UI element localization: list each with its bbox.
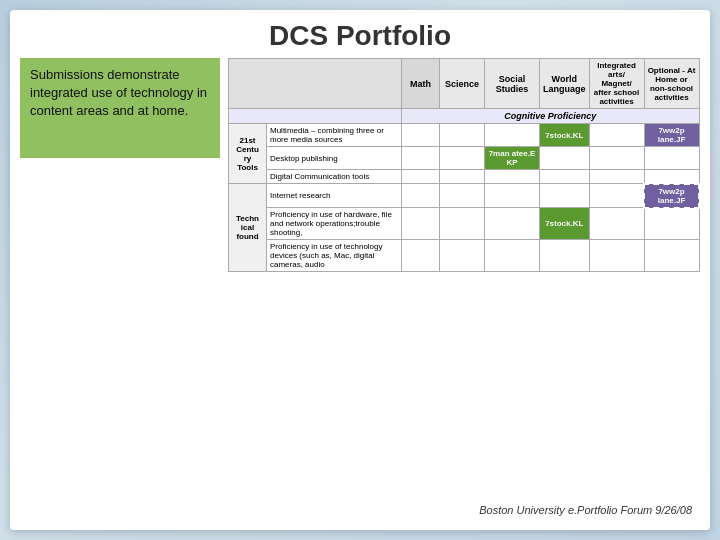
tool-hardware: Proficiency in use of hardware, file and… bbox=[267, 208, 402, 240]
cell-2-2 bbox=[439, 147, 484, 170]
table-row: Proficiency in use of technology devices… bbox=[229, 240, 700, 272]
cognitive-proficiency: Cognitive Proficiency bbox=[401, 109, 699, 124]
cell-4-6: 7ww2p lane.JF bbox=[644, 184, 699, 208]
header-science: Science bbox=[439, 59, 484, 109]
header-math: Math bbox=[401, 59, 439, 109]
tool-desktop: Desktop publishing bbox=[267, 147, 402, 170]
right-panel: Math Science Social Studies World Langua… bbox=[228, 58, 700, 272]
header-world: World Language bbox=[539, 59, 589, 109]
cell-2-5 bbox=[589, 147, 644, 170]
cell-6-2 bbox=[439, 240, 484, 272]
tech-label: Technicalfound bbox=[229, 184, 267, 272]
table-header-row: Math Science Social Studies World Langua… bbox=[229, 59, 700, 109]
table-row: 21stCenturyTools Multimedia – combining … bbox=[229, 124, 700, 147]
portfolio-table: Math Science Social Studies World Langua… bbox=[228, 58, 700, 272]
cell-3-5 bbox=[589, 170, 644, 184]
table-wrap: Math Science Social Studies World Langua… bbox=[228, 58, 700, 272]
cell-5-3 bbox=[484, 208, 539, 240]
cell-2-1 bbox=[401, 147, 439, 170]
cell-5-4: 7stock.KL bbox=[539, 208, 589, 240]
empty-header bbox=[229, 59, 402, 109]
cell-5-1 bbox=[401, 208, 439, 240]
content-area: Submissions demonstrate integrated use o… bbox=[10, 58, 710, 272]
century-label: 21stCenturyTools bbox=[229, 124, 267, 184]
cell-5-5 bbox=[589, 208, 644, 240]
table-row: Digital Communication tools bbox=[229, 170, 700, 184]
cell-1-5 bbox=[589, 124, 644, 147]
cell-3-6 bbox=[644, 170, 699, 184]
white-card: DCS Portfolio Submissions demonstrate in… bbox=[10, 10, 710, 530]
cell-2-4 bbox=[539, 147, 589, 170]
cognitive-row: Cognitive Proficiency bbox=[229, 109, 700, 124]
left-panel: Submissions demonstrate integrated use o… bbox=[20, 58, 220, 272]
cell-3-4 bbox=[539, 170, 589, 184]
cell-1-4: 7stock.KL bbox=[539, 124, 589, 147]
cell-6-6 bbox=[644, 240, 699, 272]
header-arts: Integrated arts/ Magnet/ after school ac… bbox=[589, 59, 644, 109]
cell-3-3 bbox=[484, 170, 539, 184]
cognitive-label bbox=[229, 109, 402, 124]
cell-6-4 bbox=[539, 240, 589, 272]
table-row: Desktop publishing 7man atee.E KP bbox=[229, 147, 700, 170]
cell-4-2 bbox=[439, 184, 484, 208]
cell-5-2 bbox=[439, 208, 484, 240]
page-title: DCS Portfolio bbox=[10, 10, 710, 58]
cell-1-3 bbox=[484, 124, 539, 147]
footer: Boston University e.Portfolio Forum 9/26… bbox=[479, 504, 692, 516]
table-row: Proficiency in use of hardware, file and… bbox=[229, 208, 700, 240]
cell-4-4 bbox=[539, 184, 589, 208]
cell-4-3 bbox=[484, 184, 539, 208]
cell-1-1 bbox=[401, 124, 439, 147]
cell-3-2 bbox=[439, 170, 484, 184]
cell-3-1 bbox=[401, 170, 439, 184]
tool-digital: Digital Communication tools bbox=[267, 170, 402, 184]
cell-5-6 bbox=[644, 208, 699, 240]
cell-4-1 bbox=[401, 184, 439, 208]
cell-1-6: 7ww2p lane.JF bbox=[644, 124, 699, 147]
cell-2-3: 7man atee.E KP bbox=[484, 147, 539, 170]
tool-internet: Internet research bbox=[267, 184, 402, 208]
tool-multimedia: Multimedia – combining three or more med… bbox=[267, 124, 402, 147]
description-text: Submissions demonstrate integrated use o… bbox=[30, 67, 207, 118]
description-box: Submissions demonstrate integrated use o… bbox=[20, 58, 220, 158]
header-optional: Optional - At Home or non-school activit… bbox=[644, 59, 699, 109]
cell-6-1 bbox=[401, 240, 439, 272]
header-social: Social Studies bbox=[484, 59, 539, 109]
cell-1-2 bbox=[439, 124, 484, 147]
table-row: Technicalfound Internet research 7ww2p l… bbox=[229, 184, 700, 208]
cell-6-5 bbox=[589, 240, 644, 272]
cell-2-6 bbox=[644, 147, 699, 170]
tool-devices: Proficiency in use of technology devices… bbox=[267, 240, 402, 272]
cell-6-3 bbox=[484, 240, 539, 272]
cell-4-5 bbox=[589, 184, 644, 208]
